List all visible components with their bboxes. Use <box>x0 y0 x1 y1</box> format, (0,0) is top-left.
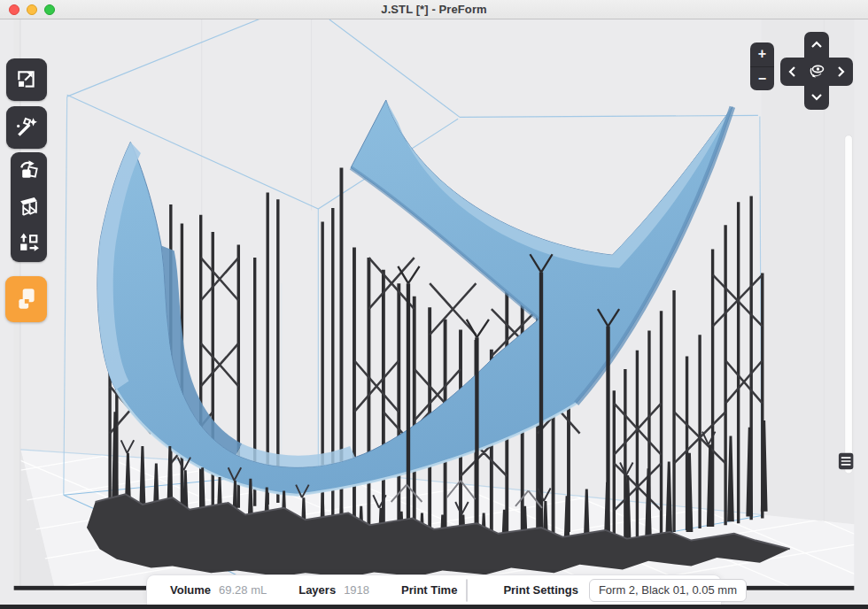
print-cartridge-icon <box>15 287 38 312</box>
size-tool-button[interactable] <box>6 58 47 101</box>
window-title: J.STL [*] - PreForm <box>381 3 486 16</box>
close-window-button[interactable] <box>9 4 19 15</box>
pan-right-button[interactable] <box>829 58 853 86</box>
pan-right-icon <box>837 66 845 78</box>
print-settings-label: Print Settings <box>503 583 578 597</box>
layer-slider-handle[interactable] <box>839 453 853 469</box>
print-time-value: -- <box>467 580 468 601</box>
pan-up-button[interactable] <box>804 32 829 58</box>
one-click-print-tool-button[interactable] <box>6 106 47 149</box>
orbit-view-button[interactable] <box>804 58 829 86</box>
orbit-eye-icon <box>807 62 826 81</box>
layout-tool-button[interactable] <box>11 226 47 262</box>
zoom-window-button[interactable] <box>44 4 55 15</box>
supports-tool-button[interactable] <box>11 189 47 225</box>
zoom-in-label: + <box>758 47 766 61</box>
layers-value: 1918 <box>344 583 369 597</box>
pan-left-button[interactable] <box>780 58 804 86</box>
resize-icon <box>15 68 38 91</box>
pan-up-icon <box>810 41 823 49</box>
print-button[interactable] <box>5 276 47 322</box>
status-bar: Volume 69.28 mL Layers 1918 Print Time -… <box>146 574 722 605</box>
3d-viewport[interactable] <box>0 19 868 609</box>
pan-down-button[interactable] <box>804 84 829 110</box>
layout-arrows-icon <box>18 233 40 255</box>
zoom-out-button[interactable]: − <box>750 67 774 91</box>
layer-slider-track[interactable] <box>845 135 853 474</box>
zoom-control: + − <box>750 42 774 90</box>
magic-wand-icon <box>15 116 38 139</box>
print-time-control[interactable]: -- <box>466 579 468 602</box>
volume-label: Volume <box>170 583 211 597</box>
view-dpad <box>780 32 853 110</box>
tool-group <box>11 152 47 262</box>
orient-tool-button[interactable] <box>11 152 47 189</box>
pan-down-icon <box>810 93 823 101</box>
minimize-window-button[interactable] <box>27 4 37 15</box>
print-time-label: Print Time <box>401 583 457 597</box>
print-settings-select[interactable]: Form 2, Black 01, 0.05 mm <box>589 579 747 602</box>
scene-canvas <box>0 19 868 609</box>
supports-icon <box>18 196 40 218</box>
title-bar[interactable]: J.STL [*] - PreForm <box>0 0 868 19</box>
zoom-in-button[interactable]: + <box>750 42 774 67</box>
window-bottom-strip <box>0 605 868 609</box>
zoom-out-label: − <box>758 72 766 86</box>
preform-window: + − Volume 69.28 mL <box>0 0 868 609</box>
rotate-cube-icon <box>18 159 40 181</box>
layers-label: Layers <box>298 583 336 597</box>
traffic-lights <box>9 4 55 15</box>
pan-left-icon <box>788 66 796 78</box>
volume-value: 69.28 mL <box>219 583 267 597</box>
print-settings-value: Form 2, Black 01, 0.05 mm <box>599 583 737 597</box>
